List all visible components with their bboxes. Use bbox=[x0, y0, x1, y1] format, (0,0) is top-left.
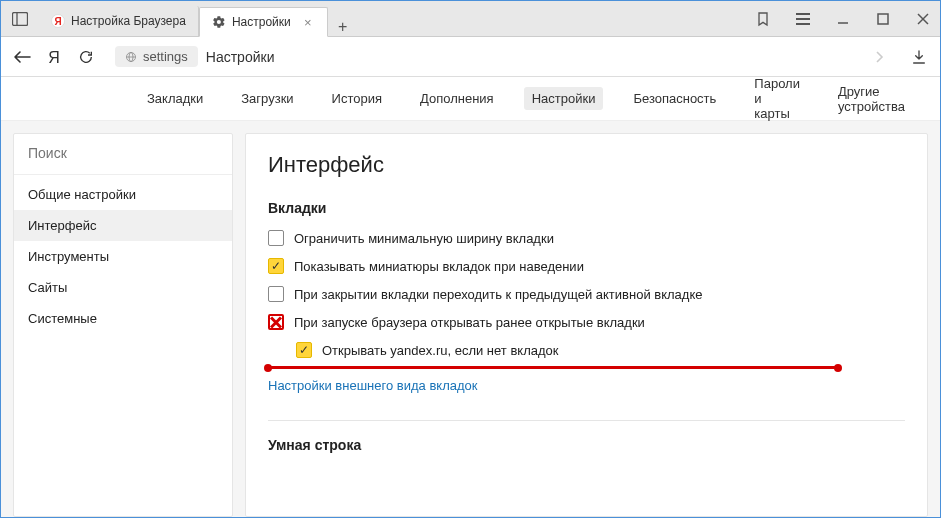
url-chip-label: settings bbox=[143, 49, 188, 64]
globe-icon bbox=[125, 51, 137, 63]
url-chip: settings bbox=[115, 46, 198, 67]
yandex-home-button[interactable]: Я bbox=[43, 46, 65, 68]
back-button[interactable] bbox=[11, 46, 33, 68]
tab-1[interactable]: Настройки × bbox=[199, 7, 328, 37]
tab-0[interactable]: Я Настройка Браузера bbox=[39, 6, 199, 36]
close-button[interactable] bbox=[912, 8, 934, 30]
window-controls bbox=[752, 1, 940, 36]
section-separator bbox=[268, 420, 905, 421]
option-label: При закрытии вкладки переходить к предыд… bbox=[294, 287, 702, 302]
checkbox[interactable] bbox=[268, 286, 284, 302]
tab-strip: Я Настройка Браузера Настройки × + bbox=[39, 1, 752, 36]
topnav-other-devices[interactable]: Другие устройства bbox=[830, 80, 913, 118]
option-label: Ограничить минимальную ширину вкладки bbox=[294, 231, 554, 246]
downloads-button[interactable] bbox=[908, 46, 930, 68]
page-heading: Интерфейс bbox=[268, 152, 905, 178]
option-label: При запуске браузера открывать ранее отк… bbox=[294, 315, 645, 330]
svg-text:Я: Я bbox=[48, 49, 60, 66]
settings-topnav: Закладки Загрузки История Дополнения Нас… bbox=[1, 77, 940, 121]
svg-rect-8 bbox=[878, 14, 888, 24]
option-label: Открывать yandex.ru, если нет вкладок bbox=[322, 343, 558, 358]
checkbox[interactable] bbox=[268, 230, 284, 246]
close-icon[interactable]: × bbox=[301, 15, 315, 29]
side-panel-button[interactable] bbox=[7, 6, 33, 32]
tabs-appearance-link[interactable]: Настройки внешнего вида вкладок bbox=[268, 378, 477, 393]
omnibox-title: Настройки bbox=[206, 49, 275, 65]
maximize-button[interactable] bbox=[872, 8, 894, 30]
sidebar-separator bbox=[14, 174, 232, 175]
option-open-yandex: Открывать yandex.ru, если нет вкладок bbox=[296, 342, 905, 358]
checkbox[interactable] bbox=[268, 258, 284, 274]
omnibox[interactable]: settings Настройки bbox=[107, 43, 892, 71]
option-tab-thumbnails: Показывать миниатюры вкладок при наведен… bbox=[268, 258, 905, 274]
option-prev-active-tab: При закрытии вкладки переходить к предыд… bbox=[268, 286, 905, 302]
sidebar-item-system[interactable]: Системные bbox=[14, 303, 232, 334]
search-input[interactable] bbox=[28, 145, 218, 161]
option-label: Показывать миниатюры вкладок при наведен… bbox=[294, 259, 584, 274]
option-restore-tabs: При запуске браузера открывать ранее отк… bbox=[268, 314, 905, 330]
topnav-passwords[interactable]: Пароли и карты bbox=[746, 72, 808, 125]
title-bar: Я Настройка Браузера Настройки × + bbox=[1, 1, 940, 37]
sidebar-item-sites[interactable]: Сайты bbox=[14, 272, 232, 303]
topnav-downloads[interactable]: Загрузки bbox=[233, 87, 301, 110]
tab-title: Настройка Браузера bbox=[71, 14, 186, 28]
sidebar-item-tools[interactable]: Инструменты bbox=[14, 241, 232, 272]
address-bar: Я settings Настройки bbox=[1, 37, 940, 77]
sidebar-item-interface[interactable]: Интерфейс bbox=[14, 210, 232, 241]
svg-text:Я: Я bbox=[54, 16, 61, 27]
topnav-settings[interactable]: Настройки bbox=[524, 87, 604, 110]
new-tab-button[interactable]: + bbox=[328, 18, 358, 36]
topnav-history[interactable]: История bbox=[324, 87, 390, 110]
tab-title: Настройки bbox=[232, 15, 291, 29]
settings-main: Интерфейс Вкладки Ограничить минимальную… bbox=[245, 133, 928, 517]
checkbox-annotated-cross[interactable] bbox=[268, 314, 284, 330]
bookmark-icon[interactable] bbox=[752, 8, 774, 30]
chevron-right-icon bbox=[874, 50, 884, 64]
svg-rect-0 bbox=[13, 12, 28, 25]
sidebar-search bbox=[14, 134, 232, 172]
sidebar-item-general[interactable]: Общие настройки bbox=[14, 179, 232, 210]
content-area: Общие настройки Интерфейс Инструменты Са… bbox=[1, 121, 940, 517]
topnav-bookmarks[interactable]: Закладки bbox=[139, 87, 211, 110]
settings-sidebar: Общие настройки Интерфейс Инструменты Са… bbox=[13, 133, 233, 517]
checkbox[interactable] bbox=[296, 342, 312, 358]
titlebar-left bbox=[1, 1, 39, 36]
section-tabs-title: Вкладки bbox=[268, 200, 905, 216]
section-smartline-title: Умная строка bbox=[268, 437, 905, 453]
yandex-icon: Я bbox=[51, 14, 65, 28]
minimize-button[interactable] bbox=[832, 8, 854, 30]
reload-button[interactable] bbox=[75, 46, 97, 68]
topnav-security[interactable]: Безопасность bbox=[625, 87, 724, 110]
annotation-underline bbox=[268, 366, 838, 369]
topnav-addons[interactable]: Дополнения bbox=[412, 87, 502, 110]
option-min-tab-width: Ограничить минимальную ширину вкладки bbox=[268, 230, 905, 246]
gear-icon bbox=[212, 15, 226, 29]
menu-icon[interactable] bbox=[792, 8, 814, 30]
